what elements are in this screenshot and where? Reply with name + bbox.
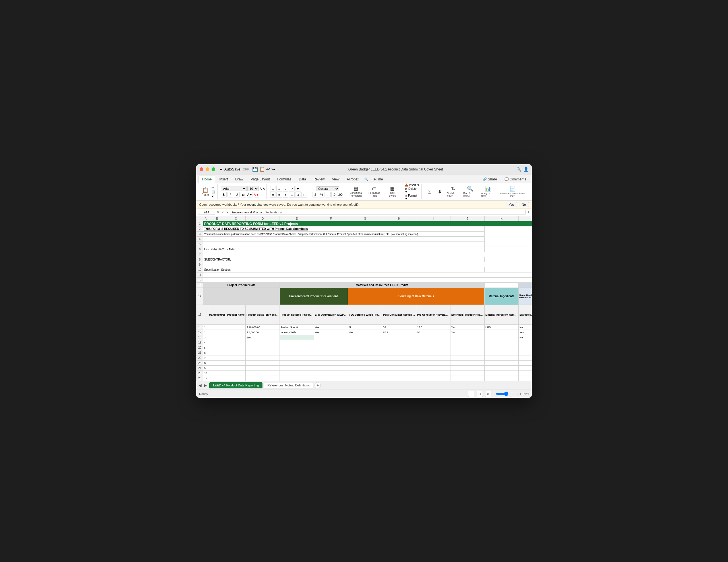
- normal-view-btn[interactable]: ⊞: [468, 391, 474, 397]
- row4-cell[interactable]: [203, 237, 485, 242]
- no-btn[interactable]: No: [519, 202, 529, 207]
- font-size-select[interactable]: 10: [247, 186, 259, 191]
- subtitle-cell[interactable]: THIS FORM IS REQUIRED TO BE SUBMITTED WI…: [203, 227, 485, 232]
- insert-function-icon[interactable]: fx: [226, 211, 228, 214]
- tab-draw[interactable]: Draw: [232, 176, 247, 183]
- indent-more-btn[interactable]: ⇒: [295, 192, 301, 198]
- row-num-6[interactable]: 6: [197, 247, 203, 252]
- col-header-f[interactable]: F: [314, 216, 348, 221]
- tab-acrobat[interactable]: Acrobat: [343, 176, 362, 183]
- conditional-formatting-btn[interactable]: ▤ ConditionalFormatting: [349, 186, 363, 198]
- merge-btn[interactable]: ⊡: [301, 192, 307, 198]
- format-as-table-btn[interactable]: 🗃 Format as Table: [364, 186, 384, 198]
- comments-btn[interactable]: 💬 Comments: [501, 176, 530, 183]
- zoom-out-icon[interactable]: -: [494, 392, 495, 395]
- confirm-formula-icon[interactable]: ✓: [221, 210, 224, 214]
- align-middle-btn[interactable]: ≡: [276, 186, 282, 192]
- col-header-l[interactable]: L: [519, 216, 532, 221]
- expand-formula-icon[interactable]: ⬇: [527, 210, 530, 214]
- font-color-btn[interactable]: A▼: [254, 192, 259, 198]
- col-header-c[interactable]: C: [226, 216, 246, 221]
- zoom-slider[interactable]: [496, 391, 519, 396]
- col-header-g[interactable]: G: [348, 216, 382, 221]
- row-num-16[interactable]: 16: [197, 325, 203, 330]
- row-num-3[interactable]: 3: [197, 232, 203, 237]
- row-num-4[interactable]: 4: [197, 237, 203, 242]
- wrap-text-btn[interactable]: ⇌: [295, 186, 301, 192]
- cell-reference[interactable]: [198, 210, 215, 215]
- analyze-data-btn[interactable]: 📊 Analyze Data: [480, 186, 497, 198]
- align-right-btn[interactable]: ≡: [283, 192, 288, 198]
- yes-btn[interactable]: Yes: [506, 202, 517, 207]
- spreadsheet[interactable]: A B C D E F G H I J K L M N O P Q: [196, 216, 532, 381]
- formula-input[interactable]: [230, 210, 526, 215]
- share-btn[interactable]: 🔗 Share: [479, 176, 500, 183]
- col-header-j[interactable]: J: [450, 216, 485, 221]
- currency-btn[interactable]: $: [313, 192, 318, 198]
- col-header-k[interactable]: K: [485, 216, 519, 221]
- increase-font-btn[interactable]: A: [260, 187, 262, 191]
- cell-styles-btn[interactable]: ▦ Cell Styles: [385, 186, 399, 198]
- row5-cell[interactable]: [203, 242, 485, 247]
- row-num-2[interactable]: 2: [197, 227, 203, 232]
- comma-btn[interactable]: ,: [325, 192, 331, 198]
- cut-btn[interactable]: ✂: [212, 186, 216, 190]
- border-btn[interactable]: ⊞: [241, 192, 246, 198]
- page-layout-view-btn[interactable]: ⊟: [477, 391, 483, 397]
- page-break-view-btn[interactable]: ⊠: [485, 391, 491, 397]
- cancel-formula-icon[interactable]: ✕: [217, 210, 220, 214]
- align-top-btn[interactable]: ≡: [270, 186, 276, 192]
- create-share-adobe-btn[interactable]: 📄 Create and Share Adobe PDF: [497, 186, 528, 198]
- row-num-14[interactable]: 14: [197, 288, 203, 305]
- underline-btn[interactable]: U: [234, 192, 240, 198]
- sort-filter-btn[interactable]: ⇅ Sort & Filter: [446, 186, 461, 198]
- zoom-in-icon[interactable]: +: [520, 392, 522, 395]
- tab-insert[interactable]: Insert: [216, 176, 231, 183]
- tab-home[interactable]: Home: [198, 176, 215, 183]
- search-icon[interactable]: 🔍: [516, 167, 521, 172]
- sheet-tab-references[interactable]: References, Notes, Definitions: [264, 382, 313, 388]
- spec-section-cell[interactable]: Specification Section:: [203, 268, 485, 273]
- maximize-btn[interactable]: [212, 167, 215, 171]
- orientation-btn[interactable]: ↗: [289, 186, 295, 192]
- row-num-13[interactable]: 13: [197, 283, 203, 288]
- format-painter-btn[interactable]: 🖌: [212, 195, 216, 198]
- tab-tell-me[interactable]: Tell me: [369, 176, 386, 183]
- tab-formulas[interactable]: Formulas: [274, 176, 295, 183]
- increase-decimal-btn[interactable]: .00: [338, 192, 343, 198]
- row-num-5[interactable]: 5: [197, 242, 203, 247]
- copy-btn[interactable]: 📑: [212, 190, 216, 194]
- number-format-select[interactable]: General: [317, 186, 339, 191]
- env-product-decl-header[interactable]: Environmental Product Declarations: [280, 288, 348, 305]
- col-header-e[interactable]: E: [280, 216, 314, 221]
- row-num-18[interactable]: 18: [197, 335, 203, 340]
- align-bottom-btn[interactable]: ≡: [283, 186, 288, 192]
- tab-page-layout[interactable]: Page Layout: [247, 176, 273, 183]
- align-left-btn[interactable]: ≡: [270, 192, 276, 198]
- tab-review[interactable]: Review: [310, 176, 328, 183]
- row-num-1[interactable]: 1: [197, 221, 203, 227]
- font-family-select[interactable]: Arial: [221, 186, 247, 191]
- row-num-10[interactable]: 10: [197, 268, 203, 273]
- row-num-15[interactable]: 15: [197, 305, 203, 325]
- col-header-d[interactable]: D: [246, 216, 280, 221]
- title-cell[interactable]: PRODUCT DATA REPORTING FORM for LEED v4 …: [203, 221, 532, 227]
- indent-less-btn[interactable]: ⇐: [289, 192, 295, 198]
- col-header-i[interactable]: I: [416, 216, 450, 221]
- sheet-tab-leed[interactable]: LEED v4 Product Data Reporting: [209, 382, 262, 388]
- col-header-a[interactable]: A: [203, 216, 208, 221]
- description-cell[interactable]: You must include backup documentation su…: [203, 232, 485, 237]
- row-num-8[interactable]: 8: [197, 257, 203, 262]
- decrease-decimal-btn[interactable]: .0: [331, 192, 337, 198]
- find-select-btn[interactable]: 🔍 Find & Select: [462, 186, 479, 198]
- format-dropdown-btn[interactable]: ⚙ Format ▼: [405, 194, 420, 200]
- tab-data[interactable]: Data: [295, 176, 309, 183]
- percent-btn[interactable]: %: [319, 192, 324, 198]
- row-num-11[interactable]: 11: [197, 273, 203, 278]
- bold-btn[interactable]: B: [221, 192, 227, 198]
- row-num-7[interactable]: 7: [197, 252, 203, 257]
- row-num-17[interactable]: 17: [197, 330, 203, 335]
- nav-prev-sheet[interactable]: ◀: [198, 383, 202, 387]
- sum-btn[interactable]: Σ: [425, 189, 434, 195]
- fill-btn[interactable]: ⬇: [435, 189, 444, 195]
